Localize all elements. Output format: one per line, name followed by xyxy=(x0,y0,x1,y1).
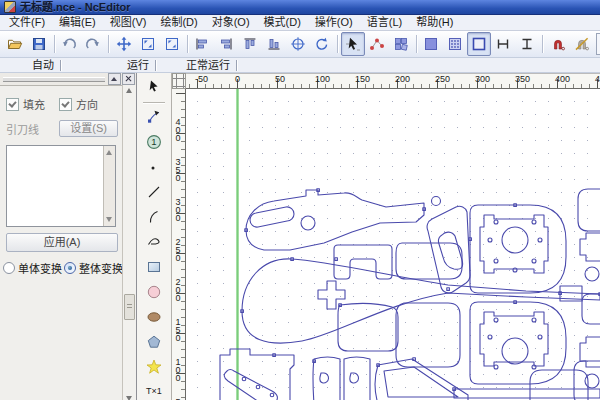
panel-grip[interactable] xyxy=(3,77,105,82)
polyline-tool[interactable] xyxy=(140,229,168,254)
save-button[interactable] xyxy=(27,32,51,56)
lead-line-label: 引刀线 xyxy=(6,121,39,137)
hruler-label: 400 xyxy=(555,74,570,84)
undo-icon xyxy=(61,36,77,52)
menu-item-8[interactable]: 帮助(H) xyxy=(409,15,460,30)
toolbox-separator xyxy=(143,102,165,103)
panel-title-bar xyxy=(0,73,136,85)
scrollbar-thumb[interactable] xyxy=(124,294,135,320)
mode-item-2[interactable]: 正常运行 xyxy=(184,59,236,72)
arc-tool[interactable] xyxy=(140,205,168,230)
panel-scrollbar[interactable] xyxy=(122,85,136,400)
center-view-button[interactable] xyxy=(286,32,310,56)
redo-icon xyxy=(85,36,101,52)
checkbox-icon xyxy=(59,98,72,111)
point-tool[interactable] xyxy=(140,155,168,180)
hruler-label: 350 xyxy=(515,74,530,84)
whole-transform-label: 整体变换 xyxy=(79,260,123,276)
whole-transform-radio[interactable]: 整体变换 xyxy=(64,260,123,276)
align-top-button[interactable] xyxy=(238,32,262,56)
pick-tool-button[interactable] xyxy=(341,32,365,56)
fill-hatch-icon xyxy=(447,36,463,52)
hruler-label: 300 xyxy=(475,74,490,84)
start-point-icon: 1 xyxy=(146,134,162,150)
pan-view-button[interactable] xyxy=(112,32,136,56)
circle-icon xyxy=(146,284,162,300)
undo-button[interactable] xyxy=(57,32,81,56)
node-edit-tool[interactable] xyxy=(140,105,168,130)
menu-item-6[interactable]: 操作(O) xyxy=(308,15,360,30)
drawing-toolbox: 1 T×1 xyxy=(137,73,172,400)
mode-bar: 自动运行正常运行 xyxy=(0,58,600,73)
menu-item-2[interactable]: 视图(V) xyxy=(103,15,154,30)
apply-button[interactable]: 应用(A) xyxy=(6,233,118,252)
circle-tool[interactable] xyxy=(140,279,168,304)
hruler-label: 450 xyxy=(595,74,600,84)
text-tool[interactable]: T×1 xyxy=(140,379,168,400)
listbox-scrollbar[interactable] xyxy=(103,146,115,226)
fill-solid-button[interactable] xyxy=(419,32,443,56)
vruler-label: 200 xyxy=(173,277,182,301)
ellipse-tool[interactable] xyxy=(140,304,168,329)
fill-checkbox[interactable]: 填充 xyxy=(6,96,45,112)
menu-item-7[interactable]: 语言(L) xyxy=(360,15,409,30)
direction-checkbox[interactable]: 方向 xyxy=(59,96,98,112)
mode-item-1[interactable]: 运行 xyxy=(125,59,155,72)
menu-item-0[interactable]: 文件(F) xyxy=(2,15,52,30)
star-tool[interactable] xyxy=(140,354,168,379)
toolbar-clipped-button[interactable] xyxy=(596,33,600,55)
menu-item-1[interactable]: 编辑(E) xyxy=(52,15,103,30)
fill-none-icon xyxy=(471,36,487,52)
rectangle-icon xyxy=(146,259,162,275)
polygon-tool[interactable] xyxy=(140,329,168,354)
hruler-label: 150 xyxy=(355,74,370,84)
collapse-icon xyxy=(111,77,117,81)
dimension-vertical-button[interactable] xyxy=(515,32,539,56)
select-tool[interactable] xyxy=(140,75,168,100)
open-folder-icon xyxy=(7,36,23,52)
align-top-icon xyxy=(242,36,258,52)
open-file-button[interactable] xyxy=(3,32,27,56)
scroll-down-icon xyxy=(106,217,112,222)
align-left-button[interactable] xyxy=(190,32,214,56)
polyline-icon xyxy=(146,234,162,250)
snap-on-button[interactable] xyxy=(546,32,570,56)
nest-parts-button[interactable] xyxy=(389,32,413,56)
zoom-fit-button[interactable] xyxy=(136,32,160,56)
dimension-horizontal-button[interactable] xyxy=(491,32,515,56)
align-right-button[interactable] xyxy=(214,32,238,56)
scroll-up-icon xyxy=(126,88,132,93)
start-point-tool[interactable]: 1 xyxy=(140,130,168,155)
line-tool[interactable] xyxy=(140,180,168,205)
single-transform-radio[interactable]: 单体变换 xyxy=(3,260,62,276)
drawing-canvas[interactable] xyxy=(186,89,600,400)
snap-off-button[interactable] xyxy=(570,32,594,56)
nest-icon xyxy=(393,36,409,52)
redo-button[interactable] xyxy=(81,32,105,56)
menu-item-5[interactable]: 模式(D) xyxy=(257,15,308,30)
menu-item-4[interactable]: 对象(O) xyxy=(205,15,257,30)
rectangle-tool[interactable] xyxy=(140,254,168,279)
fill-hatch-button[interactable] xyxy=(443,32,467,56)
rotate-view-button[interactable] xyxy=(310,32,334,56)
fill-none-button[interactable] xyxy=(467,32,491,56)
lead-line-settings-button[interactable]: 设置(S) xyxy=(59,120,118,137)
pick-order-icon xyxy=(369,36,385,52)
ruler-corner xyxy=(172,73,186,89)
zoom-extents-icon xyxy=(164,36,180,52)
panel-collapse-button[interactable] xyxy=(108,73,121,85)
dimension-v-icon xyxy=(519,36,535,52)
window-title: 无标题.nce - NcEditor xyxy=(20,1,131,14)
lead-line-listbox[interactable] xyxy=(6,145,116,227)
mode-item-0[interactable]: 自动 xyxy=(30,59,60,72)
close-icon xyxy=(123,74,134,84)
align-bottom-button[interactable] xyxy=(262,32,286,56)
pick-order-button[interactable] xyxy=(365,32,389,56)
menu-item-3[interactable]: 绘制(D) xyxy=(153,15,204,30)
menu-bar: 文件(F)编辑(E)视图(V)绘制(D)对象(O)模式(D)操作(O)语言(L)… xyxy=(0,15,600,31)
vertical-ruler: 40035030025020015010050 xyxy=(172,89,186,400)
magnet-icon xyxy=(550,36,566,52)
zoom-extents-button[interactable] xyxy=(160,32,184,56)
panel-close-button[interactable] xyxy=(122,73,135,85)
scroll-down-icon xyxy=(126,396,132,400)
